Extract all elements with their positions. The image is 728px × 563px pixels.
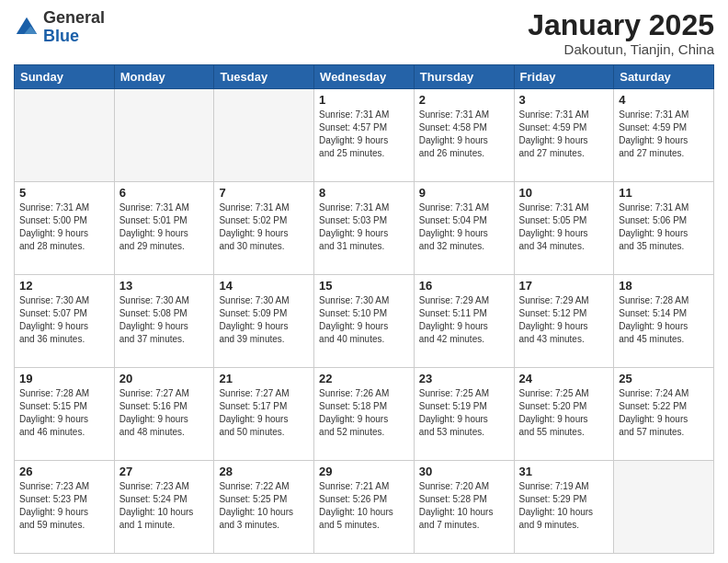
day-info: Sunrise: 7:27 AM Sunset: 5:17 PM Dayligh… <box>219 387 309 439</box>
day-number: 6 <box>119 186 210 200</box>
header-monday: Monday <box>114 65 214 89</box>
header-friday: Friday <box>514 65 614 89</box>
week-row-3: 12Sunrise: 7:30 AM Sunset: 5:07 PM Dayli… <box>15 275 714 368</box>
day-cell-3-4: 23Sunrise: 7:25 AM Sunset: 5:19 PM Dayli… <box>414 368 514 461</box>
day-info: Sunrise: 7:25 AM Sunset: 5:19 PM Dayligh… <box>419 387 509 439</box>
day-number: 9 <box>419 186 509 200</box>
day-cell-3-6: 25Sunrise: 7:24 AM Sunset: 5:22 PM Dayli… <box>614 368 714 461</box>
day-info: Sunrise: 7:23 AM Sunset: 5:23 PM Dayligh… <box>19 480 109 532</box>
day-cell-2-4: 16Sunrise: 7:29 AM Sunset: 5:11 PM Dayli… <box>414 275 514 368</box>
day-info: Sunrise: 7:30 AM Sunset: 5:07 PM Dayligh… <box>19 294 109 346</box>
page: General Blue January 2025 Dakoutun, Tian… <box>0 0 728 563</box>
day-cell-4-2: 28Sunrise: 7:22 AM Sunset: 5:25 PM Dayli… <box>214 461 314 554</box>
day-number: 27 <box>119 465 210 478</box>
day-number: 26 <box>19 465 109 478</box>
day-cell-0-2 <box>214 89 314 182</box>
header-thursday: Thursday <box>414 65 514 89</box>
day-cell-1-5: 10Sunrise: 7:31 AM Sunset: 5:05 PM Dayli… <box>514 182 614 275</box>
day-info: Sunrise: 7:30 AM Sunset: 5:09 PM Dayligh… <box>219 294 309 346</box>
day-info: Sunrise: 7:28 AM Sunset: 5:15 PM Dayligh… <box>19 387 109 439</box>
day-number: 28 <box>219 465 309 478</box>
day-cell-4-0: 26Sunrise: 7:23 AM Sunset: 5:23 PM Dayli… <box>15 461 115 554</box>
day-info: Sunrise: 7:31 AM Sunset: 5:00 PM Dayligh… <box>19 201 109 253</box>
header-saturday: Saturday <box>614 65 714 89</box>
day-cell-1-4: 9Sunrise: 7:31 AM Sunset: 5:04 PM Daylig… <box>414 182 514 275</box>
day-number: 29 <box>319 465 409 478</box>
header: General Blue January 2025 Dakoutun, Tian… <box>14 9 714 57</box>
day-info: Sunrise: 7:28 AM Sunset: 5:14 PM Dayligh… <box>619 294 709 346</box>
day-number: 7 <box>219 186 309 200</box>
day-cell-0-0 <box>15 89 115 182</box>
week-row-1: 1Sunrise: 7:31 AM Sunset: 4:57 PM Daylig… <box>15 89 714 182</box>
day-cell-0-5: 3Sunrise: 7:31 AM Sunset: 4:59 PM Daylig… <box>514 89 614 182</box>
day-number: 3 <box>519 93 609 107</box>
day-info: Sunrise: 7:30 AM Sunset: 5:08 PM Dayligh… <box>119 294 210 346</box>
day-number: 1 <box>319 93 409 107</box>
week-row-2: 5Sunrise: 7:31 AM Sunset: 5:00 PM Daylig… <box>15 182 714 275</box>
day-cell-3-0: 19Sunrise: 7:28 AM Sunset: 5:15 PM Dayli… <box>15 368 115 461</box>
day-info: Sunrise: 7:31 AM Sunset: 5:01 PM Dayligh… <box>119 201 210 253</box>
day-info: Sunrise: 7:26 AM Sunset: 5:18 PM Dayligh… <box>319 387 409 439</box>
day-number: 5 <box>19 186 109 200</box>
day-info: Sunrise: 7:31 AM Sunset: 5:04 PM Dayligh… <box>419 201 509 253</box>
day-cell-3-5: 24Sunrise: 7:25 AM Sunset: 5:20 PM Dayli… <box>514 368 614 461</box>
day-number: 12 <box>19 279 109 293</box>
logo-blue: Blue <box>43 27 79 45</box>
day-cell-2-1: 13Sunrise: 7:30 AM Sunset: 5:08 PM Dayli… <box>114 275 214 368</box>
day-number: 10 <box>519 186 609 200</box>
day-cell-0-4: 2Sunrise: 7:31 AM Sunset: 4:58 PM Daylig… <box>414 89 514 182</box>
day-number: 18 <box>619 279 709 293</box>
day-cell-2-2: 14Sunrise: 7:30 AM Sunset: 5:09 PM Dayli… <box>214 275 314 368</box>
logo-general: General <box>43 8 105 27</box>
day-number: 11 <box>619 186 709 200</box>
day-info: Sunrise: 7:31 AM Sunset: 5:05 PM Dayligh… <box>519 201 609 253</box>
day-info: Sunrise: 7:31 AM Sunset: 4:58 PM Dayligh… <box>419 109 509 160</box>
day-info: Sunrise: 7:31 AM Sunset: 4:57 PM Dayligh… <box>319 109 409 160</box>
day-cell-3-2: 21Sunrise: 7:27 AM Sunset: 5:17 PM Dayli… <box>214 368 314 461</box>
day-info: Sunrise: 7:30 AM Sunset: 5:10 PM Dayligh… <box>319 294 409 346</box>
day-cell-2-3: 15Sunrise: 7:30 AM Sunset: 5:10 PM Dayli… <box>314 275 415 368</box>
day-info: Sunrise: 7:31 AM Sunset: 4:59 PM Dayligh… <box>619 109 709 160</box>
day-cell-1-2: 7Sunrise: 7:31 AM Sunset: 5:02 PM Daylig… <box>214 182 314 275</box>
day-cell-4-1: 27Sunrise: 7:23 AM Sunset: 5:24 PM Dayli… <box>114 461 214 554</box>
day-cell-4-6 <box>614 461 714 554</box>
day-number: 2 <box>419 93 509 107</box>
day-cell-0-3: 1Sunrise: 7:31 AM Sunset: 4:57 PM Daylig… <box>314 89 415 182</box>
calendar-title: January 2025 <box>528 9 714 41</box>
day-cell-4-5: 31Sunrise: 7:19 AM Sunset: 5:29 PM Dayli… <box>514 461 614 554</box>
day-info: Sunrise: 7:22 AM Sunset: 5:25 PM Dayligh… <box>219 480 309 532</box>
day-info: Sunrise: 7:25 AM Sunset: 5:20 PM Dayligh… <box>519 387 609 439</box>
day-cell-1-6: 11Sunrise: 7:31 AM Sunset: 5:06 PM Dayli… <box>614 182 714 275</box>
header-tuesday: Tuesday <box>214 65 314 89</box>
day-info: Sunrise: 7:31 AM Sunset: 4:59 PM Dayligh… <box>519 109 609 160</box>
day-cell-0-6: 4Sunrise: 7:31 AM Sunset: 4:59 PM Daylig… <box>614 89 714 182</box>
day-number: 4 <box>619 93 709 107</box>
title-block: January 2025 Dakoutun, Tianjin, China <box>528 9 714 57</box>
day-info: Sunrise: 7:24 AM Sunset: 5:22 PM Dayligh… <box>619 387 709 439</box>
logo-icon <box>14 15 40 40</box>
day-number: 21 <box>219 372 309 385</box>
day-info: Sunrise: 7:31 AM Sunset: 5:03 PM Dayligh… <box>319 201 409 253</box>
day-cell-0-1 <box>114 89 214 182</box>
header-sunday: Sunday <box>15 65 115 89</box>
day-number: 22 <box>319 372 409 385</box>
logo-text: General Blue <box>43 9 105 46</box>
day-number: 20 <box>119 372 210 385</box>
day-number: 15 <box>319 279 409 293</box>
day-number: 17 <box>519 279 609 293</box>
day-number: 24 <box>519 372 609 385</box>
day-number: 14 <box>219 279 309 293</box>
day-info: Sunrise: 7:29 AM Sunset: 5:11 PM Dayligh… <box>419 294 509 346</box>
day-number: 8 <box>319 186 409 200</box>
header-wednesday: Wednesday <box>314 65 415 89</box>
day-number: 13 <box>119 279 210 293</box>
day-number: 19 <box>19 372 109 385</box>
day-cell-3-3: 22Sunrise: 7:26 AM Sunset: 5:18 PM Dayli… <box>314 368 415 461</box>
day-info: Sunrise: 7:27 AM Sunset: 5:16 PM Dayligh… <box>119 387 210 439</box>
day-number: 30 <box>419 465 509 478</box>
day-info: Sunrise: 7:21 AM Sunset: 5:26 PM Dayligh… <box>319 480 409 532</box>
day-number: 31 <box>519 465 609 478</box>
day-info: Sunrise: 7:19 AM Sunset: 5:29 PM Dayligh… <box>519 480 609 532</box>
day-number: 16 <box>419 279 509 293</box>
logo: General Blue <box>14 9 105 46</box>
